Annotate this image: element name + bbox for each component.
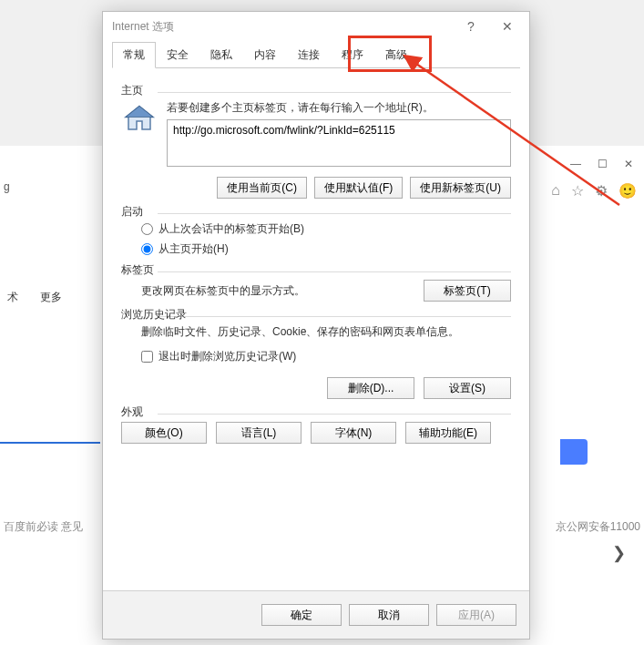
colors-button[interactable]: 颜色(O) [121,422,207,444]
home-hint: 若要创建多个主页标签页，请在每行输入一个地址(R)。 [167,100,511,116]
history-delete-on-exit-checkbox[interactable] [141,351,153,363]
bg-scroll-right-icon[interactable]: ❯ [612,543,626,563]
bg-search-button[interactable] [560,439,588,465]
close-button[interactable]: ✕ [489,19,526,34]
ok-button[interactable]: 确定 [261,604,342,626]
dialog-titlebar: Internet 选项 ? ✕ [103,12,529,41]
use-newtab-button[interactable]: 使用新标签页(U) [410,177,511,199]
startup-last-radio[interactable] [141,223,153,235]
startup-home-option[interactable]: 从主页开始(H) [141,241,511,257]
group-startup-label: 启动 [121,204,511,220]
tabs-settings-button[interactable]: 标签页(T) [424,280,511,302]
tab-strip: 常规 安全 隐私 内容 连接 程序 高级 [112,41,520,68]
tabs-desc: 更改网页在标签页中的显示方式。 [141,283,305,299]
group-home-label: 主页 [121,83,511,98]
cancel-button[interactable]: 取消 [349,604,429,626]
bg-footer-right[interactable]: 京公网安备11000 [556,519,640,535]
tab-programs[interactable]: 程序 [331,42,374,68]
bg-text-more[interactable]: 更多 [40,290,62,305]
internet-options-dialog: Internet 选项 ? ✕ 常规 安全 隐私 内容 连接 程序 高级 主页 … [102,11,530,640]
bg-footer-left[interactable]: 百度前必读 意见 [4,519,83,535]
use-current-button[interactable]: 使用当前页(C) [217,177,307,199]
home-url-input[interactable] [167,119,511,167]
favorite-icon[interactable]: ☆ [571,182,584,200]
bg-maximize-icon[interactable]: ☐ [598,158,608,170]
accessibility-button[interactable]: 辅助功能(E) [405,422,491,444]
fonts-button[interactable]: 字体(N) [311,422,396,444]
gear-icon[interactable]: ⚙ [595,182,608,200]
delete-history-button[interactable]: 删除(D)... [327,377,414,399]
use-default-button[interactable]: 使用默认值(F) [314,177,403,199]
startup-home-radio[interactable] [141,243,153,255]
history-delete-on-exit-option[interactable]: 退出时删除浏览历史记录(W) [141,349,511,364]
apply-button[interactable]: 应用(A) [436,604,516,626]
tab-privacy[interactable]: 隐私 [199,42,243,68]
startup-last-session-option[interactable]: 从上次会话中的标签页开始(B) [141,221,511,237]
tab-general[interactable]: 常规 [112,42,156,68]
history-desc: 删除临时文件、历史记录、Cookie、保存的密码和网页表单信息。 [141,324,511,340]
dialog-title: Internet 选项 [112,19,453,35]
house-icon [121,100,158,137]
bg-toolbar: ⌂ ☆ ⚙ 🙂 [551,178,637,203]
bg-close-icon[interactable]: ✕ [624,158,633,170]
svg-marker-1 [126,107,153,118]
history-settings-button[interactable]: 设置(S) [424,377,511,399]
bg-text-tech[interactable]: 术 [7,290,18,305]
tab-advanced[interactable]: 高级 [374,42,418,68]
group-appearance-label: 外观 [121,404,511,420]
startup-last-label: 从上次会话中的标签页开始(B) [158,221,304,237]
tab-security[interactable]: 安全 [156,42,199,68]
languages-button[interactable]: 语言(L) [216,422,302,444]
home-icon[interactable]: ⌂ [551,182,560,199]
tab-connections[interactable]: 连接 [287,42,331,68]
history-delete-on-exit-label: 退出时删除浏览历史记录(W) [158,349,296,364]
help-button[interactable]: ? [453,19,489,34]
tab-content-area: 主页 若要创建多个主页标签页，请在每行输入一个地址(R)。 使用当前页(C) 使… [103,68,529,590]
dialog-footer: 确定 取消 应用(A) [103,590,529,639]
bg-blue-underline [0,442,100,444]
bg-address-fragment: g [4,180,10,193]
tab-content[interactable]: 内容 [243,42,287,68]
bg-minimize-icon[interactable]: — [570,158,581,170]
startup-home-label: 从主页开始(H) [158,241,229,257]
group-history-label: 浏览历史记录 [121,307,511,322]
group-tabs-label: 标签页 [121,262,511,278]
smile-icon[interactable]: 🙂 [618,182,637,200]
